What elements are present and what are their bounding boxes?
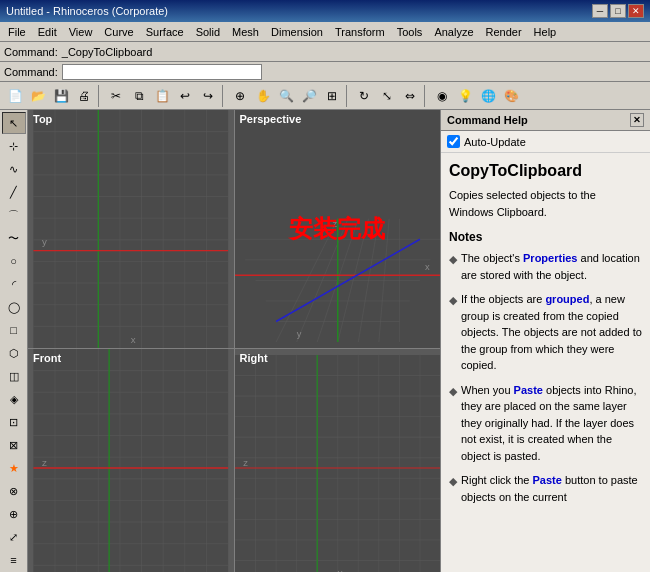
rotate-button[interactable]: ↻ <box>353 85 375 107</box>
help-note-3-text: When you Paste objects into Rhino, they … <box>461 382 642 465</box>
main-area: ↖ ⊹ ∿ ╱ ⌒ 〜 ○ ◜ ◯ □ ⬡ ◫ ◈ ⊡ ⊠ ★ ⊗ ⊕ ⤢ ≡ … <box>0 110 650 572</box>
menu-edit[interactable]: Edit <box>32 25 63 39</box>
viewport-top-label: Top <box>33 113 52 125</box>
help-panel: Command Help ✕ Auto-Update CopyToClipboa… <box>440 110 650 572</box>
window-controls: ─ □ ✕ <box>592 4 644 18</box>
menu-help[interactable]: Help <box>528 25 563 39</box>
paste-link-1: Paste <box>514 384 543 396</box>
help-note-4: ◆ Right click the Paste button to paste … <box>449 472 642 505</box>
help-panel-title: Command Help <box>447 114 528 126</box>
menu-surface[interactable]: Surface <box>140 25 190 39</box>
chinese-text-overlay: 安装完成 <box>289 213 385 245</box>
viewport-front-grid: x z <box>28 349 234 572</box>
command-input[interactable] <box>62 64 262 80</box>
arrow-tool[interactable]: ↖ <box>2 112 26 134</box>
render-button[interactable]: ◉ <box>431 85 453 107</box>
save-button[interactable]: 💾 <box>50 85 72 107</box>
polyline-tool[interactable]: ⌒ <box>2 204 26 226</box>
menu-dimension[interactable]: Dimension <box>265 25 329 39</box>
help-bullet-2: ◆ <box>449 292 457 309</box>
circle-tool[interactable]: ○ <box>2 250 26 272</box>
mirror-button[interactable]: ⇔ <box>399 85 421 107</box>
redo-button[interactable]: ↪ <box>197 85 219 107</box>
osnap-tool[interactable]: ⊗ <box>2 480 26 502</box>
material-button[interactable]: 💡 <box>454 85 476 107</box>
help-notes-heading: Notes <box>449 228 642 246</box>
gumball-tool[interactable]: ⊕ <box>2 503 26 525</box>
command-bar2: Command: <box>0 62 650 82</box>
zoom-in-button[interactable]: 🔍 <box>275 85 297 107</box>
dim-tool[interactable]: ★ <box>2 457 26 479</box>
undo-button[interactable]: ↩ <box>174 85 196 107</box>
freeform-tool[interactable]: 〜 <box>2 227 26 249</box>
help-bullet-1: ◆ <box>449 251 457 268</box>
viewport-right-label: Right <box>240 352 268 364</box>
arc-tool[interactable]: ◜ <box>2 273 26 295</box>
new-button[interactable]: 📄 <box>4 85 26 107</box>
transform2-tool[interactable]: ⤢ <box>2 526 26 548</box>
zoom-out-button[interactable]: 🔎 <box>298 85 320 107</box>
viewport-front-label: Front <box>33 352 61 364</box>
viewport-top-grid: x y <box>28 110 234 348</box>
solid-tool[interactable]: ◈ <box>2 388 26 410</box>
menu-solid[interactable]: Solid <box>190 25 226 39</box>
menu-transform[interactable]: Transform <box>329 25 391 39</box>
print-button[interactable]: 🖨 <box>73 85 95 107</box>
svg-text:y: y <box>296 329 301 339</box>
mesh-tool[interactable]: ⊠ <box>2 434 26 456</box>
menu-mesh[interactable]: Mesh <box>226 25 265 39</box>
viewport-top[interactable]: Top <box>28 110 234 348</box>
menu-curve[interactable]: Curve <box>98 25 139 39</box>
close-button[interactable]: ✕ <box>628 4 644 18</box>
viewport-perspective[interactable]: Perspective <box>235 110 441 348</box>
pan-button[interactable]: ✋ <box>252 85 274 107</box>
polygon-tool[interactable]: ⬡ <box>2 342 26 364</box>
command-value-1: _CopyToClipboard <box>62 46 153 58</box>
maximize-button[interactable]: □ <box>610 4 626 18</box>
menu-file[interactable]: File <box>2 25 32 39</box>
select-button[interactable]: ⊕ <box>229 85 251 107</box>
minimize-button[interactable]: ─ <box>592 4 608 18</box>
light-button[interactable]: 🌐 <box>477 85 499 107</box>
help-bullet-4: ◆ <box>449 473 457 490</box>
svg-text:z: z <box>42 457 47 468</box>
rect-tool[interactable]: □ <box>2 319 26 341</box>
zoom-all-button[interactable]: ⊞ <box>321 85 343 107</box>
window-title: Untitled - Rhinoceros (Corporate) <box>6 5 168 17</box>
line-tool[interactable]: ╱ <box>2 181 26 203</box>
open-button[interactable]: 📂 <box>27 85 49 107</box>
help-close-button[interactable]: ✕ <box>630 113 644 127</box>
help-command-title: CopyToClipboard <box>449 159 642 183</box>
viewport-right[interactable]: Right <box>235 349 441 572</box>
scale-button[interactable]: ⤡ <box>376 85 398 107</box>
copy-button[interactable]: ⧉ <box>128 85 150 107</box>
help-note-2-text: If the objects are grouped, a new group … <box>461 291 642 374</box>
surface-tool[interactable]: ◫ <box>2 365 26 387</box>
paste-button[interactable]: 📋 <box>151 85 173 107</box>
menu-analyze[interactable]: Analyze <box>428 25 479 39</box>
toolbar-separator-4 <box>424 85 428 107</box>
extrude-tool[interactable]: ⊡ <box>2 411 26 433</box>
viewport-front[interactable]: Front <box>28 349 234 572</box>
menu-bar: File Edit View Curve Surface Solid Mesh … <box>0 22 650 42</box>
svg-text:y: y <box>42 236 47 247</box>
ellipse-tool[interactable]: ◯ <box>2 296 26 318</box>
menu-tools[interactable]: Tools <box>391 25 429 39</box>
properties-link: Properties <box>523 252 577 264</box>
command-bar: Command: _CopyToClipboard <box>0 42 650 62</box>
color-wheel-button[interactable]: 🎨 <box>500 85 522 107</box>
menu-render[interactable]: Render <box>480 25 528 39</box>
point-tool[interactable]: ⊹ <box>2 135 26 157</box>
cut-button[interactable]: ✂ <box>105 85 127 107</box>
autoupdate-label: Auto-Update <box>464 136 526 148</box>
menu-view[interactable]: View <box>63 25 99 39</box>
svg-text:y: y <box>337 568 342 572</box>
layer-tool[interactable]: ≡ <box>2 549 26 571</box>
autoupdate-checkbox[interactable] <box>447 135 460 148</box>
curve-tool[interactable]: ∿ <box>2 158 26 180</box>
grouped-link: grouped <box>545 293 589 305</box>
title-bar: Untitled - Rhinoceros (Corporate) ─ □ ✕ <box>0 0 650 22</box>
toolbar-separator-3 <box>346 85 350 107</box>
viewport-perspective-label: Perspective <box>240 113 302 125</box>
help-note-3: ◆ When you Paste objects into Rhino, the… <box>449 382 642 465</box>
